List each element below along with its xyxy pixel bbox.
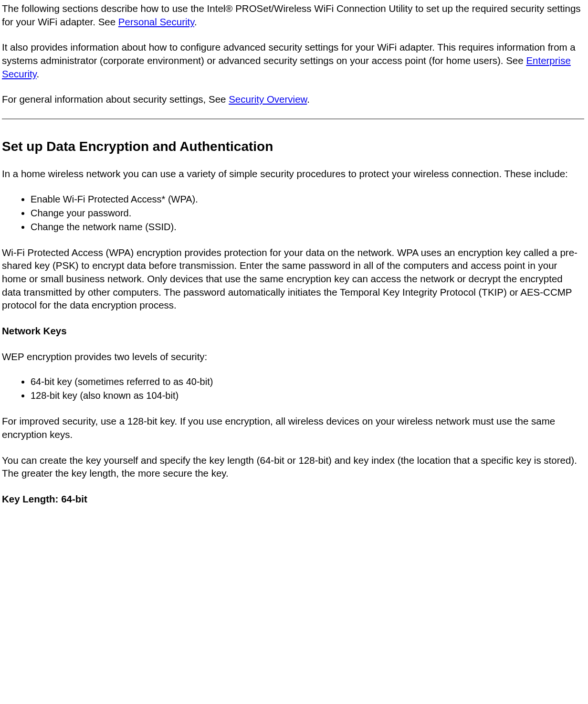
divider	[2, 118, 584, 119]
paragraph-create-key: You can create the key yourself and spec…	[2, 454, 584, 480]
heading-setup-encryption: Set up Data Encryption and Authenticatio…	[2, 138, 584, 156]
text-span: .	[194, 16, 197, 27]
paragraph-home-network: In a home wireless network you can use a…	[2, 167, 584, 181]
list-item: Change the network name (SSID).	[31, 221, 584, 234]
text-span: It also provides information about how t…	[2, 42, 576, 66]
intro-paragraph-3: For general information about security s…	[2, 93, 584, 106]
list-item: Enable Wi-Fi Protected Access* (WPA).	[31, 193, 584, 206]
intro-paragraph-2: It also provides information about how t…	[2, 41, 584, 80]
heading-key-length-64: Key Length: 64-bit	[2, 492, 584, 506]
heading-network-keys: Network Keys	[2, 324, 584, 338]
text-span: For general information about security s…	[2, 94, 229, 105]
link-security-overview[interactable]: Security Overview	[229, 94, 307, 105]
paragraph-improved-sec: For improved security, use a 128-bit key…	[2, 415, 584, 441]
list-item: 64-bit key (sometimes referred to as 40-…	[31, 375, 584, 388]
text-span: .	[37, 68, 40, 79]
paragraph-wpa: Wi-Fi Protected Access (WPA) encryption …	[2, 246, 584, 312]
list-item: Change your password.	[31, 207, 584, 220]
link-personal-security[interactable]: Personal Security	[118, 16, 194, 27]
list-procedures: Enable Wi-Fi Protected Access* (WPA). Ch…	[2, 193, 584, 234]
paragraph-wep-levels: WEP encryption provides two levels of se…	[2, 350, 584, 363]
list-item: 128-bit key (also known as 104-bit)	[31, 389, 584, 402]
text-span: .	[307, 94, 310, 105]
intro-paragraph-1: The following sections describe how to u…	[2, 2, 584, 28]
list-wep-levels: 64-bit key (sometimes referred to as 40-…	[2, 375, 584, 402]
text-span: The following sections describe how to u…	[2, 3, 581, 27]
